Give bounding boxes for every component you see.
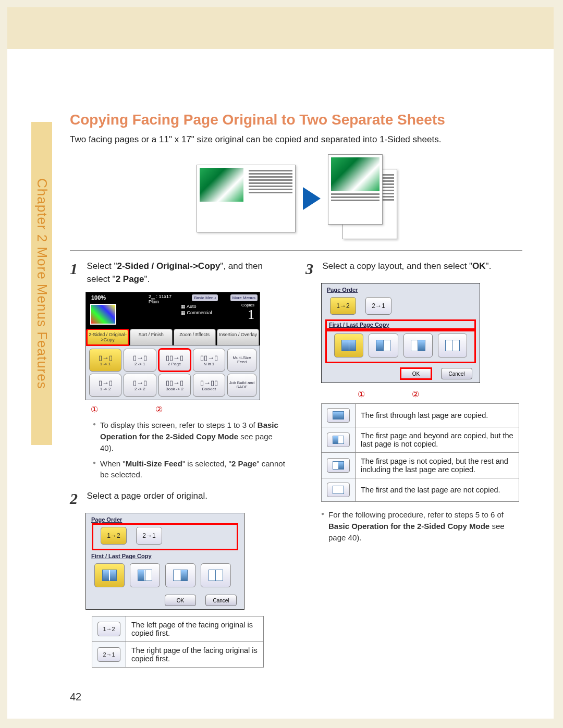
ok-button[interactable]: OK <box>165 595 196 606</box>
copies-count: 1 <box>248 307 254 323</box>
ok-button-b[interactable]: OK <box>400 368 432 379</box>
btn-nin1[interactable]: ▯▯→▯N in 1 <box>193 349 225 372</box>
printer-screen-pageorder: Page Order 1→2 2→1 First / Last Page Cop… <box>85 513 244 610</box>
step3-markers: ①② <box>358 389 522 399</box>
step-3: 3 Select a copy layout, and then select … <box>305 260 522 278</box>
page-order-header-2: Page Order <box>322 283 480 294</box>
table-row: The first through last page are copied. <box>322 404 519 427</box>
table-row: 1→2 The left page of the facing original… <box>92 616 264 642</box>
order-1to2[interactable]: 1→2 <box>101 527 127 545</box>
zoom-percent: 100% <box>91 294 106 301</box>
printer-screen-2sided: 100% 2▁ : 11x17 Plain Basic Menu More Me… <box>85 292 260 400</box>
btn-booklet[interactable]: ▯→▯▯Booklet <box>193 374 225 397</box>
tab-insertion[interactable]: Insertion / Overlay <box>217 329 259 346</box>
page-order-header: Page Order <box>86 513 244 524</box>
arrow-right-icon <box>303 187 321 210</box>
tray-info: 2▁ : 11x17 Plain <box>149 294 172 305</box>
step-3-number: 3 <box>305 260 320 278</box>
chapter-label: Chapter 2 More Menus Features <box>34 178 50 389</box>
printer-screen-layout: Page Order 1→2 2→1 First / Last Page Cop… <box>321 283 480 383</box>
header-bar <box>7 7 554 49</box>
facing-page-original <box>197 165 296 232</box>
order-1to2-b[interactable]: 1→2 <box>330 297 356 315</box>
layout-no-first-b[interactable] <box>403 334 433 357</box>
tab-zoom[interactable]: Zoom / Effects <box>174 329 216 346</box>
icon-1to2: 1→2 <box>97 622 120 636</box>
tab-2sided[interactable]: 2-Sided / Original->Copy <box>87 329 129 346</box>
step-1-text: Select "2-Sided / Original->Copy", and t… <box>87 260 286 286</box>
table-row: The first and the last page are not copi… <box>322 478 519 502</box>
firstlast-header: First / Last Page Copy <box>86 550 244 560</box>
btn-multisize[interactable]: Multi-Size Feed <box>227 349 256 372</box>
step-1-number: 1 <box>70 260 84 278</box>
step1-note-1: To display this screen, refer to steps 1… <box>93 419 287 453</box>
basic-menu-tab[interactable]: Basic Menu <box>192 294 218 301</box>
btn-2to1[interactable]: ▯→▯2 -> 1 <box>124 349 156 372</box>
page-title: Copying Facing Page Original to Two Sepa… <box>70 112 522 128</box>
more-menus-tab[interactable]: More Menus <box>230 294 258 301</box>
layout-icon-both <box>327 408 350 423</box>
page-number: 42 <box>70 691 81 703</box>
layout-both-b[interactable] <box>334 334 363 357</box>
layout-no-last[interactable] <box>130 563 160 587</box>
btn-1to1[interactable]: ▯→▯1 -> 1 <box>89 349 121 372</box>
layout-none[interactable] <box>201 563 231 587</box>
order-2to1-b[interactable]: 2→1 <box>365 297 391 315</box>
step-2-text: Select a page order of original. <box>87 490 286 503</box>
layout-icon-none <box>327 483 350 497</box>
table-row: The first page and beyond are copied, bu… <box>322 427 519 453</box>
output-single-sheets <box>328 154 396 243</box>
step3-note: For the following procedure, refer to st… <box>321 509 522 543</box>
table-row: 2→1 The right page of the facing origina… <box>92 642 264 668</box>
facing-to-single-diagram <box>70 154 522 243</box>
layout-none-b[interactable] <box>438 334 467 357</box>
table-row: The first page is not copied, but the re… <box>322 453 519 478</box>
divider <box>70 250 522 251</box>
step-1: 1 Select "2-Sided / Original->Copy", and… <box>70 260 287 286</box>
step-2: 2 Select a page order of original. <box>70 490 287 508</box>
step1-note-2: When "Multi-Size Feed" is selected, "2 P… <box>93 458 287 481</box>
cancel-button-b[interactable]: Cancel <box>441 368 472 379</box>
preview-thumb <box>90 304 116 325</box>
btn-2page[interactable]: ▯▯→▯2 Page <box>158 349 191 372</box>
step-2-number: 2 <box>70 490 84 508</box>
page-order-table: 1→2 The left page of the facing original… <box>92 616 264 668</box>
step1-markers: ①② <box>91 404 287 414</box>
tab-sort[interactable]: Sort / Finish <box>130 329 172 346</box>
layout-icon-no-last <box>327 433 350 447</box>
layout-both[interactable] <box>94 563 125 587</box>
btn-jobbuild[interactable]: Job Build and SADF <box>227 374 256 397</box>
layout-icon-no-first <box>327 458 350 473</box>
layout-no-last-b[interactable] <box>369 334 398 357</box>
layout-table: The first through last page are copied. … <box>321 403 519 502</box>
cancel-button[interactable]: Cancel <box>205 595 237 606</box>
step-3-text: Select a copy layout, and then select "O… <box>322 260 521 273</box>
btn-2to2[interactable]: ▯→▯2 -> 2 <box>124 374 156 397</box>
color-mode-info: ▦ Auto ▦ Commercial <box>181 304 212 316</box>
layout-no-first[interactable] <box>165 563 195 587</box>
order-2to1[interactable]: 2→1 <box>136 527 162 545</box>
chapter-side-tab: Chapter 2 More Menus Features <box>31 122 52 445</box>
btn-bookto2[interactable]: ▯▯→▯Book -> 2 <box>158 374 191 397</box>
btn-1to2[interactable]: ▯→▯1 -> 2 <box>89 374 121 397</box>
intro-text: Two facing pages or a 11" x 17" size ori… <box>70 134 522 145</box>
firstlast-header-2: First / Last Page Copy <box>326 320 475 329</box>
icon-2to1: 2→1 <box>97 647 120 662</box>
